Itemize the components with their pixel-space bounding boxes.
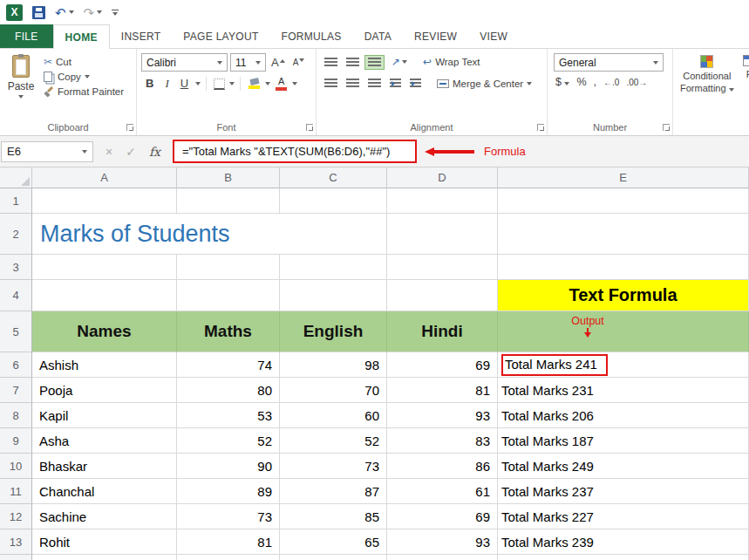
orientation-button[interactable]: ↗	[386, 53, 411, 71]
increase-decimal-button[interactable]: ←.0	[603, 78, 619, 87]
cell-b3[interactable]	[177, 255, 280, 280]
row-header-1[interactable]: 1	[0, 188, 32, 214]
cell-e13[interactable]: Total Marks 239	[498, 529, 749, 555]
redo-button[interactable]: ↷	[84, 6, 103, 19]
tab-data[interactable]: DATA	[353, 24, 403, 48]
cell-e11[interactable]: Total Marks 237	[498, 479, 749, 504]
cell-c4[interactable]	[280, 280, 387, 311]
tab-formulas[interactable]: FORMULAS	[270, 24, 353, 48]
col-header-e[interactable]: E	[498, 167, 749, 188]
cell-a5-names-header[interactable]: Names	[32, 311, 177, 352]
cell-d6[interactable]: 69	[387, 352, 498, 378]
alignment-dialog-launcher[interactable]	[537, 124, 544, 131]
cell-d1[interactable]	[387, 188, 498, 214]
cell-a14[interactable]	[32, 555, 177, 560]
cell-a9[interactable]: Asha	[32, 428, 177, 454]
cell-b5-maths-header[interactable]: Maths	[177, 311, 280, 352]
italic-button[interactable]: I	[160, 77, 173, 91]
increase-indent-button[interactable]	[406, 76, 425, 91]
insert-function-icon[interactable]: fx	[149, 145, 160, 159]
cell-a3[interactable]	[32, 255, 177, 280]
middle-align-button[interactable]	[343, 55, 363, 70]
cell-c5-english-header[interactable]: English	[280, 311, 387, 352]
cell-d10[interactable]: 86	[387, 454, 498, 479]
cell-a4[interactable]	[32, 280, 177, 311]
cell-b13[interactable]: 81	[177, 529, 280, 555]
cell-a1[interactable]	[32, 188, 177, 214]
cell-b7[interactable]: 80	[177, 378, 280, 403]
grow-font-button[interactable]: A	[269, 56, 288, 69]
row-header-6[interactable]: 6	[0, 352, 32, 378]
merge-center-button[interactable]: Merge & Center	[437, 79, 532, 89]
cell-e5[interactable]: Output	[498, 311, 749, 352]
cell-c3[interactable]	[280, 255, 387, 280]
cell-e3[interactable]	[498, 255, 749, 280]
tab-insert[interactable]: INSERT	[110, 24, 173, 48]
cell-b11[interactable]: 89	[177, 479, 280, 504]
cell-e7[interactable]: Total Marks 231	[498, 378, 749, 403]
row-header-11[interactable]: 11	[0, 479, 32, 504]
wrap-text-button[interactable]: ↩Wrap Text	[423, 56, 480, 68]
select-all-corner[interactable]	[0, 167, 32, 188]
row-header-3[interactable]: 3	[0, 255, 32, 280]
cell-c10[interactable]: 73	[280, 454, 387, 479]
align-left-button[interactable]	[321, 76, 341, 91]
align-right-button[interactable]	[364, 76, 385, 91]
font-size-select[interactable]: 11	[230, 53, 266, 72]
font-dialog-launcher[interactable]	[306, 124, 313, 131]
enter-icon[interactable]: ✓	[126, 145, 136, 159]
customize-qat-button[interactable]	[112, 10, 119, 16]
paste-button[interactable]: Paste	[0, 51, 42, 120]
bold-button[interactable]: B	[141, 77, 158, 91]
cell-e10[interactable]: Total Marks 249	[498, 454, 749, 479]
cell-e9[interactable]: Total Marks 187	[498, 428, 749, 454]
cell-e4-text-formula[interactable]: Text Formula	[498, 280, 749, 311]
formula-input[interactable]: ="Total Marks "&TEXT(SUM(B6:D6),"##")	[173, 140, 417, 163]
format-as-table-button-partial[interactable]: F	[743, 51, 749, 120]
bottom-align-button[interactable]	[364, 55, 385, 70]
row-header-12[interactable]: 12	[0, 504, 32, 529]
percent-style-button[interactable]: %	[576, 76, 586, 88]
cell-c9[interactable]: 52	[280, 428, 387, 454]
conditional-formatting-button[interactable]: Conditional Formatting	[680, 51, 734, 120]
row-header-10[interactable]: 10	[0, 454, 32, 479]
cell-b6[interactable]: 74	[177, 352, 280, 378]
row-header-14-partial[interactable]	[0, 555, 32, 560]
cell-e12[interactable]: Total Marks 227	[498, 504, 749, 529]
cell-d4[interactable]	[387, 280, 498, 311]
cell-a2-sheet-title[interactable]: Marks of Students	[32, 214, 387, 255]
copy-button[interactable]: Copy	[42, 72, 126, 82]
cell-a11[interactable]: Chanchal	[32, 479, 177, 504]
decrease-indent-button[interactable]	[386, 76, 405, 91]
cell-b10[interactable]: 90	[177, 454, 280, 479]
cell-b1[interactable]	[177, 188, 280, 214]
row-header-13[interactable]: 13	[0, 529, 32, 555]
tab-review[interactable]: REVIEW	[403, 24, 468, 48]
cell-b4[interactable]	[177, 280, 280, 311]
cell-c14[interactable]	[280, 555, 387, 560]
cell-d7[interactable]: 81	[387, 378, 498, 403]
borders-button[interactable]	[214, 79, 225, 90]
cell-d9[interactable]: 83	[387, 428, 498, 454]
clipboard-dialog-launcher[interactable]	[126, 124, 133, 131]
cell-b9[interactable]: 52	[177, 428, 280, 454]
undo-button[interactable]: ↶	[55, 6, 74, 19]
cell-e2[interactable]	[498, 214, 749, 255]
row-header-2[interactable]: 2	[0, 214, 32, 255]
cell-a10[interactable]: Bhaskar	[32, 454, 177, 479]
col-header-b[interactable]: B	[177, 167, 280, 188]
number-dialog-launcher[interactable]	[663, 124, 670, 131]
cell-d13[interactable]: 93	[387, 529, 498, 555]
cell-a8[interactable]: Kapil	[32, 403, 177, 428]
decrease-decimal-button[interactable]: .00→	[626, 78, 647, 87]
save-icon[interactable]	[32, 6, 45, 19]
fill-color-button[interactable]	[246, 79, 262, 89]
row-header-8[interactable]: 8	[0, 403, 32, 428]
name-box[interactable]: E6	[1, 141, 93, 162]
cell-c1[interactable]	[280, 188, 387, 214]
number-format-select[interactable]: General	[554, 53, 664, 72]
cell-d12[interactable]: 69	[387, 504, 498, 529]
cell-c13[interactable]: 65	[280, 529, 387, 555]
row-header-9[interactable]: 9	[0, 428, 32, 454]
cell-c7[interactable]: 70	[280, 378, 387, 403]
